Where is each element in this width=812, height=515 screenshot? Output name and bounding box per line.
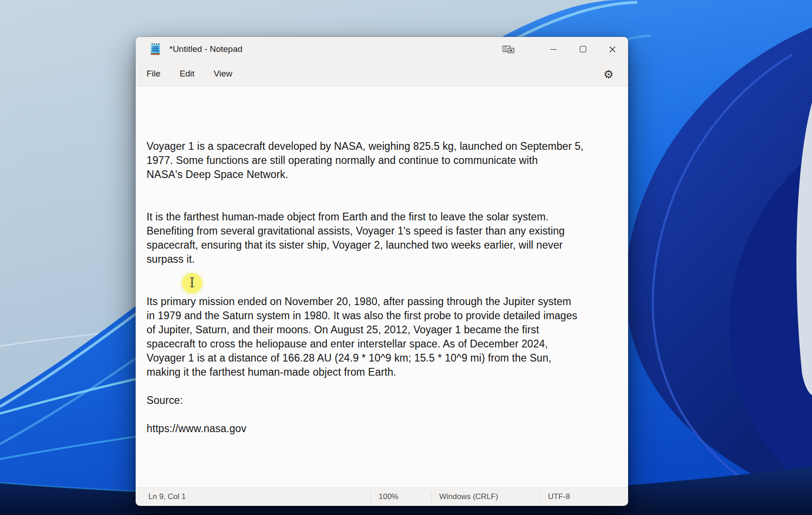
close-icon xyxy=(609,46,616,53)
settings-button[interactable]: ⚙ xyxy=(602,67,615,81)
i-beam-cursor-icon: I xyxy=(189,276,195,290)
minimize-icon xyxy=(550,49,557,50)
minimize-button[interactable] xyxy=(538,37,568,61)
maximize-button[interactable] xyxy=(568,37,598,61)
menu-edit[interactable]: Edit xyxy=(173,66,202,82)
titlebar[interactable]: *Untitled - Notepad xyxy=(136,37,628,61)
status-encoding: UTF-8 xyxy=(540,491,628,502)
menu-file[interactable]: File xyxy=(139,66,168,82)
caption-buttons xyxy=(538,37,627,61)
statusbar: Ln 9, Col 1 100% Windows (CRLF) UTF-8 xyxy=(136,487,628,506)
notepad-window: *Untitled - Notepad File xyxy=(136,37,628,506)
text-editor[interactable]: Voyager 1 is a spacecraft developed by N… xyxy=(136,87,628,487)
editor-text: Voyager 1 is a spacecraft developed by N… xyxy=(147,87,625,436)
pip-window-icon[interactable] xyxy=(502,46,514,53)
window-title: *Untitled - Notepad xyxy=(169,44,243,54)
close-button[interactable] xyxy=(598,37,627,61)
status-line-ending: Windows (CRLF) xyxy=(431,491,540,502)
status-cursor-position: Ln 9, Col 1 xyxy=(136,491,370,502)
gear-icon: ⚙ xyxy=(604,69,614,80)
status-zoom-level: 100% xyxy=(370,491,431,502)
maximize-icon xyxy=(580,46,586,52)
notepad-icon xyxy=(149,43,161,56)
cursor-highlight: I xyxy=(182,273,202,293)
menubar: File Edit View ⚙ xyxy=(136,61,628,87)
menu-view[interactable]: View xyxy=(206,66,239,82)
